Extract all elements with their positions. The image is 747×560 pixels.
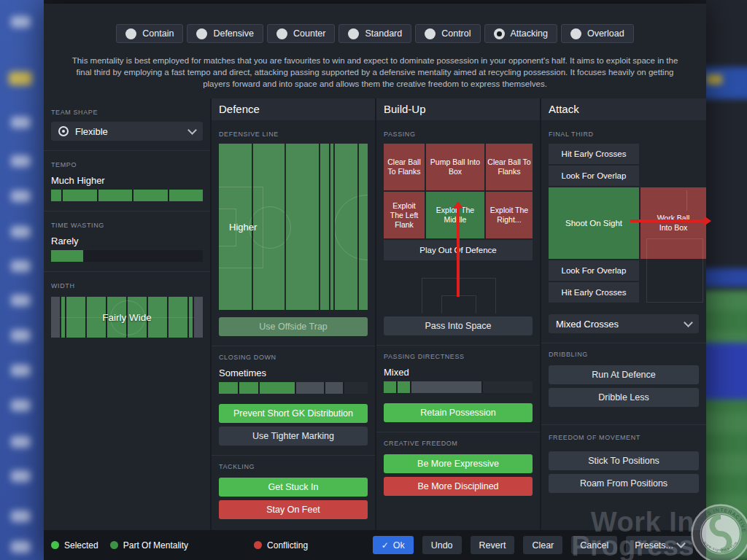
closing-down-bar[interactable]: [219, 382, 368, 394]
defensive-line-value: Higher: [229, 222, 257, 233]
line-marker: [333, 144, 335, 310]
be-more-disciplined-button[interactable]: Be More Disciplined: [384, 477, 533, 496]
sidebar-icon: [11, 400, 31, 411]
ok-button[interactable]: ✓Ok: [373, 536, 414, 554]
chevron-down-icon: [187, 125, 197, 135]
presets-label: Presets...: [635, 540, 673, 551]
footer-buttons: ✓Ok Undo Revert Clear Cancel Presets...: [373, 536, 693, 554]
dribble-less-button[interactable]: Dribble Less: [549, 388, 699, 407]
use-tighter-marking-button[interactable]: Use Tighter Marking: [219, 427, 368, 446]
mentality-option-standard[interactable]: Standard: [338, 24, 411, 43]
penalty-box: [646, 238, 703, 303]
mentality-option-overload[interactable]: Overload: [561, 24, 634, 43]
exploit-the-left-flank-cell[interactable]: Exploit The Left Flank: [384, 192, 425, 238]
mentality-option-label: Standard: [365, 28, 402, 39]
mentality-option-label: Attacking: [511, 28, 548, 39]
get-stuck-in-button[interactable]: Get Stuck In: [219, 478, 368, 497]
radio-circle-icon: [58, 126, 69, 136]
width-value: Fairly Wide: [51, 297, 203, 338]
pass-into-space-button[interactable]: Pass Into Space: [384, 316, 533, 335]
dialog-footer: Selected Part Of Mentality Conflicting ✓…: [44, 530, 706, 560]
mentality-option-counter[interactable]: Counter: [267, 24, 335, 43]
width-label: WIDTH: [51, 282, 203, 289]
radio-icon: [276, 28, 287, 39]
look-for-overlap-bottom-cell[interactable]: Look For Overlap: [549, 260, 639, 281]
time-wasting-label: TIME WASTING: [51, 222, 203, 229]
be-more-expressive-button[interactable]: Be More Expressive: [384, 454, 533, 473]
divider: [44, 211, 210, 211]
sidebar-icon: [11, 190, 31, 202]
closing-down-value: Sometimes: [219, 368, 368, 378]
chevron-down-icon: [684, 318, 693, 327]
crosses-value: Mixed Crosses: [556, 319, 678, 330]
time-wasting-bar[interactable]: [51, 250, 203, 262]
clear-button[interactable]: Clear: [523, 536, 562, 554]
stick-to-positions-button[interactable]: Stick To Positions: [549, 451, 699, 470]
prevent-short-gk-distribution-button[interactable]: Prevent Short GK Distribution: [219, 404, 368, 423]
radio-icon: [494, 28, 505, 39]
pump-ball-into-box-cell[interactable]: Pump Ball Into Box: [426, 144, 484, 190]
background-page: [706, 0, 747, 560]
tempo-bar[interactable]: [51, 190, 203, 201]
check-icon: ✓: [382, 540, 389, 551]
mentality-option-label: Counter: [293, 28, 325, 39]
roam-from-positions-button[interactable]: Roam From Positions: [549, 474, 699, 493]
revert-button[interactable]: Revert: [471, 536, 515, 554]
legend-part-of-mentality: Part Of Mentality: [110, 540, 188, 551]
clear-ball-to-flanks-left-cell[interactable]: Clear Ball To Flanks: [384, 144, 425, 190]
part-of-mentality-dot-icon: [110, 541, 118, 549]
defensive-line-pitch: Higher: [219, 144, 368, 310]
final-third-label: FINAL THIRD: [549, 131, 699, 138]
retain-possession-button[interactable]: Retain Possession: [384, 403, 533, 422]
passing-directness-bar[interactable]: [384, 381, 533, 393]
freedom-of-movement-label: FREEDOM OF MOVEMENT: [549, 434, 699, 441]
tactics-content: TEAM SHAPE Flexible TEMPO Much Higher TI…: [44, 98, 706, 530]
defence-title: Defence: [212, 98, 375, 120]
mentality-description: This mentality is best employed for matc…: [66, 55, 684, 90]
mentality-dialog: Contain Defensive Counter Standard Contr…: [44, 4, 706, 560]
crosses-dropdown[interactable]: Mixed Crosses: [549, 314, 699, 333]
mentality-option-contain[interactable]: Contain: [116, 24, 183, 43]
sidebar-icon-active: [9, 71, 32, 85]
mentality-option-label: Overload: [587, 28, 624, 39]
divider: [376, 432, 540, 432]
attacking-direction-arrow: [630, 219, 705, 222]
mentality-option-attacking[interactable]: Attacking: [484, 24, 557, 43]
legend-selected: Selected: [51, 540, 98, 551]
chevron-down-icon: [676, 539, 686, 548]
line-marker: [285, 144, 286, 310]
legend-conflicting: Conflicting: [254, 540, 308, 551]
team-shape-dropdown[interactable]: Flexible: [51, 122, 203, 141]
divider: [212, 455, 375, 456]
undo-button[interactable]: Undo: [422, 536, 462, 554]
mentality-options-row: Contain Defensive Counter Standard Contr…: [44, 24, 706, 43]
run-at-defence-button[interactable]: Run At Defence: [549, 365, 699, 384]
penalty-line: [686, 190, 687, 211]
use-offside-trap-button[interactable]: Use Offside Trap: [219, 317, 368, 336]
divider: [212, 346, 375, 346]
divider: [44, 271, 210, 272]
dribbling-label: DRIBBLING: [549, 351, 699, 358]
passing-directness-value: Mixed: [384, 367, 533, 378]
legend-label: Selected: [64, 540, 98, 551]
clear-ball-to-flanks-right-cell[interactable]: Clear Ball To Flanks: [486, 144, 533, 190]
background-sidebar: [0, 0, 44, 560]
exploit-the-right-cell[interactable]: Exploit The Right...: [486, 192, 533, 238]
width-pitch-visual: Fairly Wide: [51, 297, 203, 338]
sidebar-icon: [11, 117, 31, 128]
shoot-on-sight-cell[interactable]: Shoot On Sight: [549, 187, 639, 259]
passing-label: PASSING: [384, 131, 533, 138]
stay-on-feet-button[interactable]: Stay On Feet: [219, 500, 368, 519]
hit-early-crosses-top-cell[interactable]: Hit Early Crosses: [549, 144, 639, 164]
sidebar-icon: [11, 295, 31, 306]
mentality-option-defensive[interactable]: Defensive: [187, 24, 263, 43]
look-for-overlap-top-cell[interactable]: Look For Overlap: [549, 166, 639, 186]
exploit-the-middle-cell[interactable]: Exploit The Middle: [426, 192, 484, 238]
presets-button[interactable]: Presets...: [626, 536, 693, 554]
mentality-option-control[interactable]: Control: [415, 24, 480, 43]
passing-directness-label: PASSING DIRECTNESS: [384, 353, 533, 360]
background-tab-bar: [706, 268, 747, 287]
creative-freedom-label: CREATIVE FREEDOM: [384, 440, 533, 447]
cancel-button[interactable]: Cancel: [571, 536, 617, 554]
hit-early-crosses-bottom-cell[interactable]: Hit Early Crosses: [549, 282, 639, 303]
